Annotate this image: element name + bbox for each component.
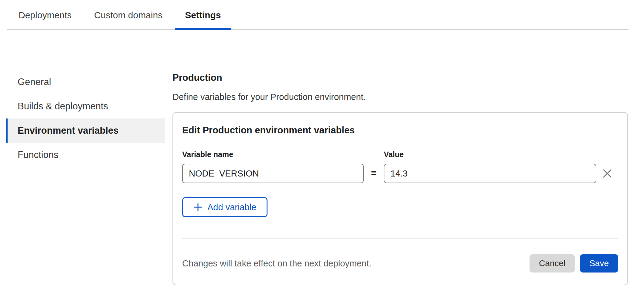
card-title: Edit Production environment variables: [182, 125, 618, 136]
variable-value-label: Value: [384, 150, 596, 159]
settings-content: General Builds & deployments Environment…: [0, 30, 644, 285]
remove-variable-button[interactable]: [596, 164, 618, 183]
sidebar-item-functions[interactable]: Functions: [6, 143, 165, 167]
cancel-button[interactable]: Cancel: [530, 254, 575, 273]
section-subtitle: Define variables for your Production env…: [172, 91, 628, 102]
tab-custom-domains[interactable]: Custom domains: [84, 0, 172, 30]
card-footer: Changes will take effect on the next dep…: [182, 254, 618, 273]
plus-icon: [193, 203, 203, 212]
tabbar-divider: [7, 29, 629, 30]
sidebar-item-general[interactable]: General: [6, 70, 165, 94]
save-button[interactable]: Save: [580, 254, 618, 273]
tab-deployments[interactable]: Deployments: [9, 0, 81, 30]
add-variable-label: Add variable: [207, 203, 256, 212]
variable-name-input[interactable]: [182, 164, 364, 183]
footer-actions: Cancel Save: [530, 254, 618, 273]
variable-name-label: Variable name: [182, 150, 364, 159]
variable-row: Variable name = Value: [182, 150, 618, 183]
footer-note: Changes will take effect on the next dep…: [182, 259, 371, 269]
equals-sign: =: [364, 164, 384, 183]
edit-variables-card: Edit Production environment variables Va…: [172, 112, 628, 285]
variable-value-input[interactable]: [384, 164, 596, 183]
tab-settings[interactable]: Settings: [175, 0, 230, 30]
add-variable-button[interactable]: Add variable: [182, 197, 267, 217]
section-title: Production: [172, 72, 628, 84]
card-divider: [182, 238, 618, 239]
variable-name-field-group: Variable name: [182, 150, 364, 183]
sidebar-item-environment-variables[interactable]: Environment variables: [6, 118, 165, 143]
top-tab-bar: Deployments Custom domains Settings: [0, 0, 644, 30]
sidebar-item-builds-deployments[interactable]: Builds & deployments: [6, 94, 165, 118]
settings-sidebar: General Builds & deployments Environment…: [6, 70, 165, 285]
variable-value-field-group: Value: [384, 150, 596, 183]
environment-variables-panel: Production Define variables for your Pro…: [172, 70, 628, 285]
close-icon: [601, 168, 613, 179]
